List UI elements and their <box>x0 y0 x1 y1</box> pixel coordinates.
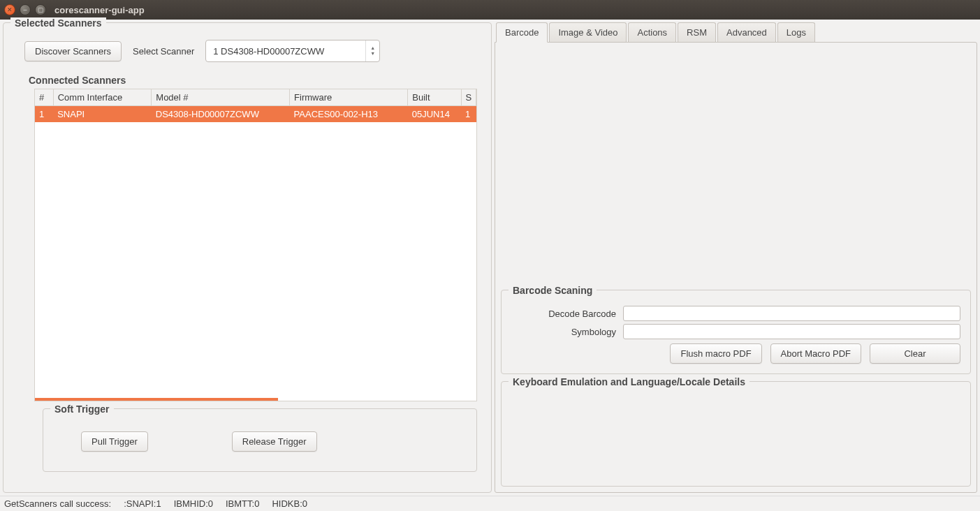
tab-actions[interactable]: Actions <box>628 22 676 43</box>
horizontal-scroll-indicator[interactable] <box>35 398 278 401</box>
titlebar: ✕ – ▢ corescanner-gui-app <box>0 0 980 20</box>
tab-bar: Barcode Image & Video Actions RSM Advanc… <box>495 22 977 43</box>
release-trigger-button[interactable]: Release Trigger <box>232 431 317 452</box>
col-comm[interactable]: Comm Interface <box>53 89 152 106</box>
selected-scanners-group: Selected Scanners Discover Scanners Sele… <box>3 22 492 493</box>
minimize-icon[interactable]: – <box>20 4 31 15</box>
cell-built: 05JUN14 <box>408 106 461 123</box>
barcode-panel: Barcode Scaning Decode Barcode Symbology… <box>495 42 977 493</box>
decode-barcode-label: Decode Barcode <box>511 309 616 319</box>
maximize-icon[interactable]: ▢ <box>35 4 46 15</box>
status-hidkb: HIDKB:0 <box>272 498 307 509</box>
keyboard-emulation-title: Keyboard Emulation and Language/Locale D… <box>509 376 749 387</box>
decode-barcode-input[interactable] <box>623 306 960 321</box>
col-num[interactable]: # <box>35 89 53 106</box>
cell-model: DS4308-HD00007ZCWW <box>152 106 290 123</box>
keyboard-emulation-group: Keyboard Emulation and Language/Locale D… <box>501 381 971 487</box>
status-ibmhid: IBMHID:0 <box>174 498 213 509</box>
tab-advanced[interactable]: Advanced <box>717 22 776 43</box>
status-message: GetScanners call success: <box>4 498 111 509</box>
col-model[interactable]: Model # <box>152 89 290 106</box>
status-bar: GetScanners call success: :SNAPI:1 IBMHI… <box>0 496 980 511</box>
tab-logs[interactable]: Logs <box>777 22 815 43</box>
select-scanner-dropdown[interactable]: 1 DS4308-HD00007ZCWW ▲▼ <box>205 40 380 62</box>
cell-num: 1 <box>35 106 53 123</box>
tab-rsm[interactable]: RSM <box>678 22 716 43</box>
soft-trigger-title: Soft Trigger <box>50 403 114 415</box>
col-built[interactable]: Built <box>408 89 461 106</box>
window-title: corescanner-gui-app <box>54 5 145 15</box>
symbology-input[interactable] <box>623 324 960 339</box>
barcode-scanning-group: Barcode Scaning Decode Barcode Symbology… <box>501 290 971 374</box>
cell-firmware: PAACES00-002-H13 <box>290 106 408 123</box>
pull-trigger-button[interactable]: Pull Trigger <box>81 431 148 452</box>
discover-scanners-button[interactable]: Discover Scanners <box>24 41 122 61</box>
status-snapi: :SNAPI:1 <box>124 498 161 509</box>
cell-comm: SNAPI <box>53 106 152 123</box>
flush-macro-pdf-button[interactable]: Flush macro PDF <box>670 343 761 364</box>
col-s[interactable]: S <box>461 89 476 106</box>
col-firmware[interactable]: Firmware <box>290 89 408 106</box>
selected-scanners-title: Selected Scanners <box>10 17 106 29</box>
tab-barcode[interactable]: Barcode <box>496 22 548 43</box>
connected-scanners-title: Connected Scanners <box>3 71 491 89</box>
spinner-arrows-icon[interactable]: ▲▼ <box>365 40 379 61</box>
close-icon[interactable]: ✕ <box>4 4 15 15</box>
table-row[interactable]: 1 SNAPI DS4308-HD00007ZCWW PAACES00-002-… <box>35 106 476 123</box>
tab-image-video[interactable]: Image & Video <box>549 22 627 43</box>
select-scanner-label: Select Scanner <box>133 46 194 57</box>
barcode-display-area <box>501 48 971 286</box>
cell-s: 1 <box>461 106 476 123</box>
abort-macro-pdf-button[interactable]: Abort Macro PDF <box>770 343 861 364</box>
select-scanner-value: 1 DS4308-HD00007ZCWW <box>206 46 365 57</box>
connected-scanners-table[interactable]: # Comm Interface Model # Firmware Built … <box>34 89 477 401</box>
status-ibmtt: IBMTT:0 <box>226 498 259 509</box>
barcode-scanning-title: Barcode Scaning <box>509 285 597 296</box>
soft-trigger-group: Soft Trigger Pull Trigger Release Trigge… <box>43 408 477 472</box>
clear-button[interactable]: Clear <box>870 343 960 364</box>
symbology-label: Symbology <box>511 327 616 337</box>
